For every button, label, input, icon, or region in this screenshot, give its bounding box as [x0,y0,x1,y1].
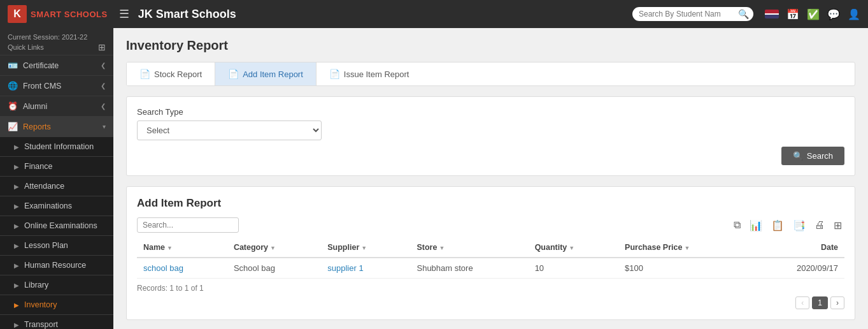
sidebar-item-label: Online Examinations [24,221,97,230]
session-label: Current Session: 2021-22 [8,33,106,41]
topnav-icons: 📅 ✅ 💬 👤 [765,8,860,20]
flag-icon[interactable] [765,10,779,18]
certificate-icon: 🪪 [8,61,18,70]
tab-doc-icon: 📄 [139,69,150,79]
chevron-icon: ❮ [101,62,106,69]
prev-page-btn[interactable]: ‹ [795,296,809,309]
search-section: Search Type Select 🔍 Search [126,96,855,176]
search-btn-label: Search [807,151,833,161]
sidebar-item-human-resource[interactable]: ▶ Human Resource [0,256,113,275]
arrow-icon: ▶ [14,143,19,150]
grid-icon[interactable]: ⊞ [98,42,106,52]
cell-date: 2020/09/17 [751,258,844,279]
calendar-icon[interactable]: 📅 [786,8,799,20]
arrow-icon: ▶ [14,282,19,289]
columns-icon[interactable]: ⊞ [831,218,844,233]
user-icon[interactable]: 👤 [848,8,860,20]
front-cms-icon: 🌐 [8,81,18,91]
sidebar-item-finance[interactable]: ▶ Finance [0,157,113,177]
tab-doc-icon: 📄 [329,69,340,79]
app-title: JK Smart Schools [138,8,626,21]
topnav: K SMART SCHOOLS ☰ JK Smart Schools 🔍 📅 ✅… [0,0,868,28]
table-search-input[interactable] [137,217,239,233]
table-row: school bag School bag supplier 1 Shubham… [137,258,844,279]
brand-name: SMART SCHOOLS [31,10,108,19]
col-store: Store▼ [410,238,528,258]
search-icon: 🔍 [738,9,749,19]
quick-links-label: Quick Links [8,43,44,51]
col-date: Date [751,238,844,258]
search-button[interactable]: 🔍 Search [781,147,844,165]
cell-supplier[interactable]: supplier 1 [321,258,410,279]
report-table: Name▼ Category▼ Supplier▼ Store▼ Quantit [137,238,844,279]
report-export-icons: ⧉ 📊 📋 📑 🖨 ⊞ [731,218,844,233]
tab-stock-report[interactable]: 📄 Stock Report [127,62,215,85]
report-search[interactable] [137,217,239,233]
table-header-row: Name▼ Category▼ Supplier▼ Store▼ Quantit [137,238,844,258]
sidebar-item-label: Attendance [24,182,64,191]
search-type-select[interactable]: Select [137,121,322,140]
sidebar-session: Current Session: 2021-22 Quick Links ⊞ [0,28,113,55]
pdf-icon[interactable]: 📑 [790,218,808,233]
reports-submenu: ▶ Student Information ▶ Finance ▶ Attend… [0,137,113,329]
sidebar-item-label: Certificate [23,61,59,70]
sidebar-item-label: Inventory [24,300,57,309]
cell-quantity: 10 [529,258,618,279]
col-name: Name▼ [137,238,227,258]
tab-label: Add Item Report [243,69,303,79]
chevron-icon: ❮ [101,82,106,89]
search-input[interactable] [639,10,734,18]
main-content: Inventory Report 📄 Stock Report 📄 Add It… [113,28,868,329]
hamburger-icon[interactable]: ☰ [119,7,129,21]
cell-category: School bag [227,258,321,279]
tab-label: Issue Item Report [344,69,409,79]
sidebar-item-label: Alumni [23,102,47,111]
copy-icon[interactable]: ⧉ [731,218,743,232]
pagination: ‹ 1 › [137,296,844,309]
sidebar-item-certificate[interactable]: 🪪 Certificate ❮ [0,55,113,76]
tabs-bar: 📄 Stock Report 📄 Add Item Report 📄 Issue… [126,62,855,86]
tab-add-item-report[interactable]: 📄 Add Item Report [215,62,317,85]
sidebar-item-label: Library [24,281,48,289]
sidebar-item-online-examinations[interactable]: ▶ Online Examinations [0,216,113,236]
arrow-icon: ▶ [14,163,19,170]
sidebar-item-label: Lesson Plan [24,241,68,250]
cell-store: Shubham store [410,258,528,279]
sidebar-item-front-cms[interactable]: 🌐 Front CMS ❮ [0,76,113,96]
sidebar-item-alumni[interactable]: ⏰ Alumni ❮ [0,96,113,117]
arrow-icon: ▶ [14,262,19,269]
tab-issue-item-report[interactable]: 📄 Issue Item Report [317,62,422,85]
chevron-down-icon: ▾ [103,123,106,130]
sidebar-item-reports[interactable]: 📈 Reports ▾ [0,117,113,137]
whatsapp-icon[interactable]: 💬 [827,8,840,20]
next-page-btn[interactable]: › [830,296,844,309]
alumni-icon: ⏰ [8,101,18,111]
sidebar-item-attendance[interactable]: ▶ Attendance [0,177,113,196]
logo: K SMART SCHOOLS [8,5,108,23]
excel-icon[interactable]: 📊 [747,218,765,233]
sidebar-item-library[interactable]: ▶ Library [0,275,113,295]
sidebar-item-label: Student Information [24,142,94,151]
top-search-box[interactable]: 🔍 [632,7,753,21]
main-layout: Current Session: 2021-22 Quick Links ⊞ 🪪… [0,28,868,329]
print-icon[interactable]: 🖨 [812,218,827,232]
report-section: Add Item Report ⧉ 📊 📋 📑 🖨 ⊞ [126,186,855,320]
sidebar-item-label: Human Resource [24,261,86,270]
sidebar-item-examinations[interactable]: ▶ Examinations [0,196,113,216]
tab-label: Stock Report [154,69,202,79]
sidebar-item-transport[interactable]: ▶ Transport [0,315,113,329]
sidebar-item-student-information[interactable]: ▶ Student Information [0,137,113,157]
logo-box: K [8,5,27,23]
page-title: Inventory Report [126,38,855,53]
search-btn-icon: 🔍 [793,151,803,161]
current-page-btn[interactable]: 1 [812,296,828,309]
arrow-icon: ▶ [14,223,19,230]
sidebar: Current Session: 2021-22 Quick Links ⊞ 🪪… [0,28,113,329]
checkmark-icon[interactable]: ✅ [807,8,820,20]
sidebar-item-lesson-plan[interactable]: ▶ Lesson Plan [0,236,113,256]
csv-icon[interactable]: 📋 [769,218,786,233]
arrow-icon: ▶ [14,242,19,249]
cell-name[interactable]: school bag [137,258,227,279]
sidebar-item-inventory[interactable]: ▶ Inventory [0,295,113,315]
col-supplier: Supplier▼ [321,238,410,258]
